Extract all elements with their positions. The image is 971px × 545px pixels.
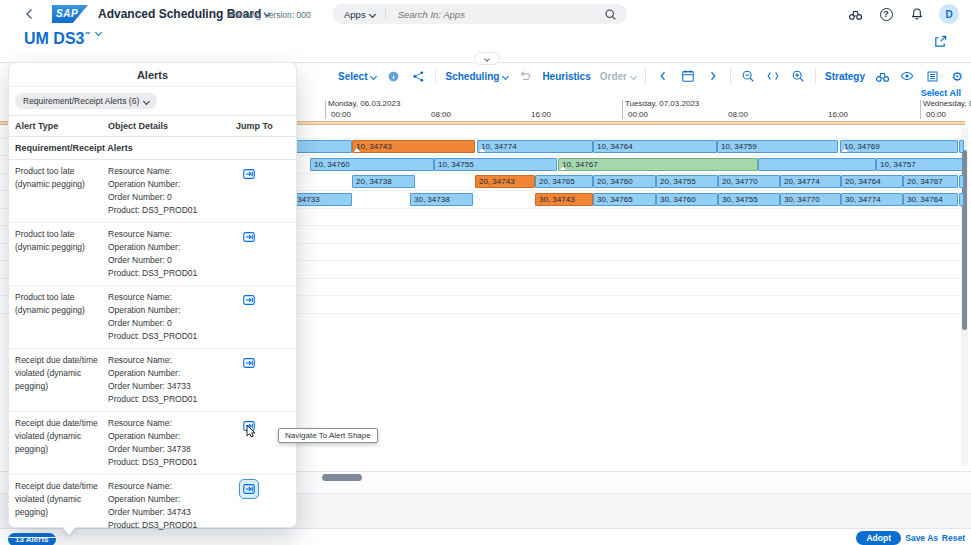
gantt-bar[interactable]: 10, 34757	[876, 158, 963, 171]
alerts-popover: Alerts Requirement/Receipt Alerts (6) Al…	[8, 62, 297, 528]
gantt-bar[interactable]: 10, 34743	[352, 140, 475, 153]
gantt-bar[interactable]: 30, 34738	[410, 193, 473, 206]
alerts-title: Alerts	[9, 63, 296, 87]
gantt-bar[interactable]: 20, 34764	[841, 175, 903, 188]
hour-label: 16:00	[828, 110, 848, 119]
order-label: Order	[600, 71, 627, 82]
collapse-panel-button[interactable]	[474, 52, 500, 65]
gantt-bar-label: 20, 34767	[907, 177, 943, 186]
gantt-bar[interactable]: 10, 34769	[840, 140, 958, 153]
gantt-bar[interactable]: 30, 34743	[535, 193, 593, 206]
fit-width-icon[interactable]	[765, 68, 781, 84]
gantt-bar[interactable]: 20, 34770	[718, 175, 780, 188]
binoculars-icon[interactable]	[874, 68, 890, 84]
gantt-bar-label: 10, 34755	[438, 160, 474, 169]
legend-icon[interactable]	[924, 68, 940, 84]
adopt-button[interactable]: Adopt	[856, 531, 901, 545]
gantt-bar-label: 10, 34760	[314, 160, 350, 169]
information-icon[interactable]	[385, 68, 401, 84]
gantt-bar[interactable]: 10, 34774	[477, 140, 593, 153]
gantt-bar[interactable]: 10, 34760	[310, 158, 434, 171]
gantt-bar-label: 20, 34770	[722, 177, 758, 186]
alert-type-select[interactable]: Requirement/Receipt Alerts (6)	[15, 93, 157, 109]
calendar-icon[interactable]	[680, 68, 696, 84]
gantt-bar[interactable]: 10, 34759	[717, 140, 838, 153]
order-menu-button: Order	[600, 71, 636, 82]
gantt-bar-label: 10, 34759	[721, 142, 757, 151]
zoom-in-icon[interactable]	[790, 68, 806, 84]
strategy-button[interactable]: Strategy	[825, 71, 865, 82]
jump-to-icon[interactable]	[240, 480, 258, 498]
gantt-bar[interactable]: 30, 34765	[593, 193, 656, 206]
gantt-bar[interactable]: 20, 34738	[352, 175, 415, 188]
gantt-bar[interactable]: 20, 34755	[656, 175, 718, 188]
gantt-bar[interactable]: 30, 34760	[656, 193, 718, 206]
gantt-bar[interactable]: 30, 34774	[841, 193, 903, 206]
scheduling-label: Scheduling	[445, 71, 499, 82]
constraint-marker-icon	[353, 148, 361, 153]
select-all-link[interactable]: Select All	[921, 88, 961, 98]
gantt-bar[interactable]: 10, 34755	[434, 158, 557, 171]
gantt-bar[interactable]: 30, 34770	[780, 193, 841, 206]
gantt-bar-label: 10, 34769	[844, 142, 880, 151]
show-eye-icon[interactable]	[899, 68, 915, 84]
gantt-bar[interactable]	[959, 175, 964, 188]
reset-button[interactable]: Reset	[942, 533, 965, 543]
previous-icon[interactable]	[655, 68, 671, 84]
gantt-bar-label: 30, 34738	[414, 195, 450, 204]
gantt-bar[interactable]: 20, 34743	[475, 175, 535, 188]
col-jump-to: Jump To	[236, 121, 296, 131]
alerts-filter-row: Requirement/Receipt Alerts (6)	[9, 87, 296, 116]
jump-to-icon[interactable]	[240, 291, 258, 309]
alert-row: Product too late (dynamic pegging)Resour…	[9, 286, 296, 349]
next-icon[interactable]	[705, 68, 721, 84]
save-as-button[interactable]: Save As	[905, 533, 938, 543]
jump-to-icon[interactable]	[240, 165, 258, 183]
jump-to-icon[interactable]	[240, 417, 258, 435]
gantt-bar[interactable]: 20, 34767	[903, 175, 958, 188]
alert-type-select-value: Requirement/Receipt Alerts (6)	[23, 96, 139, 106]
constraint-marker-icon	[841, 148, 849, 153]
horizontal-scrollbar-thumb[interactable]	[322, 474, 362, 481]
zoom-out-icon[interactable]	[740, 68, 756, 84]
gantt-bar-label: 30, 34774	[845, 195, 881, 204]
gantt-bar-label: 20, 34764	[845, 177, 881, 186]
divider	[815, 68, 816, 84]
gantt-bar-label: 20, 34743	[479, 177, 515, 186]
jump-cell	[236, 165, 296, 217]
gantt-bar[interactable]: 20, 34760	[593, 175, 656, 188]
object-details-cell: Resource Name:Operation Number:Order Num…	[108, 417, 236, 469]
alerts-group-header: Requirement/Receipt Alerts	[9, 137, 296, 160]
gantt-bar-label: 10, 34764	[597, 142, 633, 151]
chevron-down-icon	[143, 97, 150, 104]
alert-type-cell: Receipt due date/time violated (dynamic …	[15, 417, 108, 469]
chevron-down-icon	[484, 56, 490, 62]
alert-row: Product too late (dynamic pegging)Resour…	[9, 160, 296, 223]
gantt-bar[interactable]: 30, 34755	[718, 193, 780, 206]
jump-to-icon[interactable]	[240, 354, 258, 372]
heuristics-button[interactable]: Heuristics	[542, 71, 590, 82]
jump-cell	[236, 228, 296, 280]
gantt-bar[interactable]	[959, 140, 964, 153]
jump-to-icon[interactable]	[240, 228, 258, 246]
app: SAP Advanced Scheduling Board Planning V…	[0, 0, 971, 545]
alert-row: Receipt due date/time violated (dynamic …	[9, 475, 296, 538]
gantt-bar-label: 30, 34765	[597, 195, 633, 204]
gantt-bar[interactable]: 20, 34774	[780, 175, 841, 188]
gantt-bar[interactable]: 20, 34765	[535, 175, 593, 188]
alert-type-cell: Receipt due date/time violated (dynamic …	[15, 354, 108, 406]
jump-cell	[236, 417, 296, 469]
settings-gear-icon[interactable]: ⚙	[949, 68, 965, 84]
alert-row: Receipt due date/time violated (dynamic …	[9, 412, 296, 475]
object-details-cell: Resource Name:Operation Number:Order Num…	[108, 165, 236, 217]
gantt-bar[interactable]	[959, 193, 964, 206]
select-menu-button[interactable]: Select	[338, 71, 376, 82]
hour-label: 00:00	[628, 110, 648, 119]
share-icon[interactable]	[410, 68, 426, 84]
scheduling-menu-button[interactable]: Scheduling	[445, 71, 508, 82]
gantt-bar[interactable]: 10, 34767	[558, 158, 758, 171]
gantt-bar[interactable]	[758, 158, 876, 171]
col-object-details: Object Details	[108, 121, 236, 131]
gantt-bar[interactable]: 30, 34764	[903, 193, 958, 206]
gantt-bar[interactable]: 10, 34764	[593, 140, 717, 153]
